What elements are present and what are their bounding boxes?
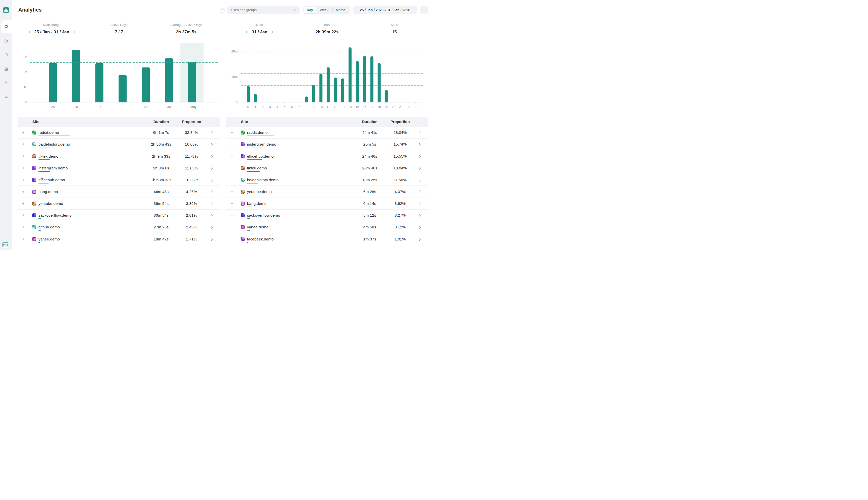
svg-text:Today: Today <box>188 105 197 109</box>
svg-text:3: 3 <box>269 105 271 109</box>
svg-text:1: 1 <box>254 105 256 109</box>
svg-text:0: 0 <box>25 100 27 104</box>
svg-text:0: 0 <box>247 105 249 109</box>
svg-text:25: 25 <box>51 105 55 109</box>
svg-text:N: N <box>385 105 388 109</box>
svg-text:4: 4 <box>276 105 278 109</box>
svg-text:0: 0 <box>236 100 237 104</box>
svg-text:30: 30 <box>167 105 171 109</box>
svg-text:2: 2 <box>262 105 264 109</box>
svg-text:16: 16 <box>363 105 366 109</box>
svg-text:10: 10 <box>319 105 323 109</box>
svg-text:27: 27 <box>98 105 101 109</box>
svg-text:8: 8 <box>305 105 307 109</box>
svg-text:5: 5 <box>283 105 285 109</box>
svg-text:21: 21 <box>399 105 403 109</box>
svg-text:2h: 2h <box>24 70 27 74</box>
svg-text:22: 22 <box>407 105 410 109</box>
svg-text:12: 12 <box>334 105 337 109</box>
svg-text:20: 20 <box>392 105 395 109</box>
svg-text:18: 18 <box>377 105 381 109</box>
svg-text:10m: 10m <box>231 75 237 79</box>
svg-text:26: 26 <box>74 105 78 109</box>
svg-text:29: 29 <box>144 105 147 109</box>
svg-text:20m: 20m <box>231 49 237 53</box>
svg-text:23: 23 <box>414 105 417 109</box>
svg-text:11: 11 <box>326 105 330 109</box>
svg-text:15: 15 <box>355 105 359 109</box>
svg-text:1h: 1h <box>24 86 27 89</box>
svg-text:6: 6 <box>291 105 293 109</box>
svg-text:17: 17 <box>370 105 374 109</box>
svg-text:3h: 3h <box>24 55 27 59</box>
svg-text:14: 14 <box>348 105 352 109</box>
svg-text:28: 28 <box>121 105 124 109</box>
svg-text:9: 9 <box>313 105 314 109</box>
svg-text:13: 13 <box>341 105 344 109</box>
svg-text:7: 7 <box>298 105 300 109</box>
